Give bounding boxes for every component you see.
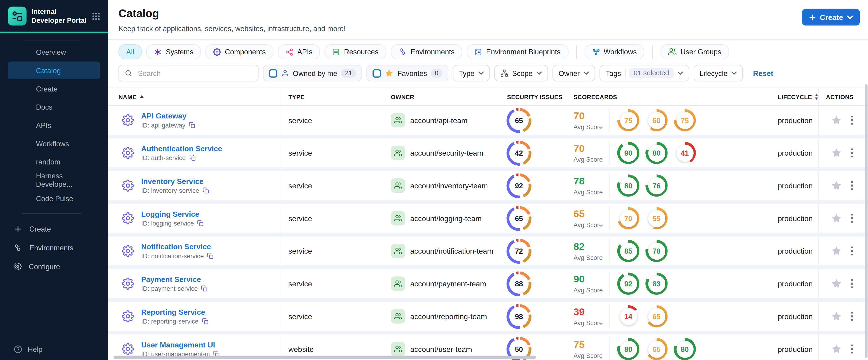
scorecard-ring[interactable]: 92 — [617, 273, 639, 295]
name-cell: API Gateway ID: api-gateway — [108, 106, 281, 135]
tab-apis[interactable]: APIs — [278, 44, 320, 59]
entity-name-link[interactable]: Inventory Service — [141, 177, 209, 186]
name-cell: Notification Service ID: notification-se… — [108, 236, 281, 265]
security-issues-donut: 72 — [506, 239, 531, 263]
entity-name-link[interactable]: Notification Service — [141, 243, 214, 251]
row-menu-button[interactable] — [849, 147, 855, 159]
type-dropdown[interactable]: Type — [453, 65, 490, 82]
entity-name-link[interactable]: Logging Service — [141, 210, 204, 218]
sidebar-item-apis[interactable]: APIs — [8, 116, 100, 134]
scope-dropdown[interactable]: Scope — [494, 65, 548, 82]
sidebar-item-help[interactable]: Help — [0, 337, 108, 360]
tags-dropdown[interactable]: Tags 01 selected — [600, 65, 689, 82]
app-switcher-icon[interactable] — [92, 12, 100, 20]
sidebar-item-catalog[interactable]: Catalog — [8, 62, 100, 79]
scorecard-ring[interactable]: 80 — [617, 174, 639, 197]
scorecard-ring[interactable]: 65 — [645, 305, 668, 327]
copy-icon[interactable] — [189, 122, 195, 129]
scorecard-ring[interactable]: 41 — [674, 142, 696, 164]
sidebar-item-create[interactable]: Create — [8, 80, 100, 97]
copy-icon[interactable] — [202, 318, 209, 325]
entity-name-link[interactable]: API Gateway — [141, 112, 195, 120]
column-header-name[interactable]: NAME — [108, 88, 281, 105]
sidebar-footer-item-environments[interactable]: Environments — [0, 238, 108, 257]
actions-cell — [818, 204, 868, 233]
sidebar-footer-item-configure[interactable]: Configure — [0, 257, 108, 276]
entity-name-link[interactable]: Reporting Service — [141, 308, 209, 316]
copy-icon[interactable] — [201, 285, 208, 292]
scorecard-ring[interactable]: 14 — [617, 305, 639, 327]
favorite-star-button[interactable] — [831, 213, 842, 224]
tab-user-groups[interactable]: User Groups — [660, 44, 729, 59]
scorecard-ring[interactable]: 80 — [617, 338, 639, 360]
chevron-down-icon — [584, 71, 589, 75]
owned-by-me-filter[interactable]: Owned by me 21 — [263, 65, 362, 82]
vertical-scrollbar[interactable] — [865, 84, 868, 358]
sidebar-item-label: Code Pulse — [36, 194, 73, 203]
scorecard-ring[interactable]: 90 — [617, 142, 639, 164]
scorecard-ring[interactable]: 75 — [617, 109, 639, 131]
tab-workflows[interactable]: Workflows — [584, 44, 645, 59]
sidebar-item-overview[interactable]: Overview — [8, 43, 100, 61]
scorecard-ring[interactable]: 76 — [645, 174, 668, 197]
entity-name-link[interactable]: User Management UI — [141, 341, 220, 349]
favorite-star-button[interactable] — [831, 343, 842, 355]
favorite-star-button[interactable] — [831, 147, 842, 158]
sidebar-item-random[interactable]: random — [8, 153, 100, 171]
row-menu-button[interactable] — [849, 310, 855, 323]
create-button[interactable]: Create — [802, 9, 860, 26]
tab-environment-blueprints[interactable]: Environment Blueprints — [467, 44, 568, 59]
scorecard-ring[interactable]: 75 — [674, 109, 696, 131]
tab-systems[interactable]: Systems — [147, 44, 201, 59]
favorite-star-button[interactable] — [831, 115, 842, 126]
copy-icon[interactable] — [207, 253, 214, 260]
scorecard-ring[interactable]: 80 — [645, 142, 668, 164]
search-input[interactable] — [137, 68, 252, 78]
sidebar-item-code-pulse[interactable]: Code Pulse — [8, 189, 100, 207]
horizontal-scrollbar[interactable] — [114, 356, 536, 359]
owned-by-me-checkbox[interactable] — [269, 69, 277, 77]
sidebar-footer-item-create[interactable]: Create — [0, 219, 108, 238]
row-menu-button[interactable] — [849, 179, 855, 192]
owner-dropdown[interactable]: Owner — [552, 65, 595, 82]
sidebar-item-docs[interactable]: Docs — [8, 98, 100, 116]
favorite-star-button[interactable] — [831, 245, 842, 257]
scorecard-ring[interactable]: 70 — [617, 207, 639, 229]
copy-icon[interactable] — [189, 154, 196, 161]
column-header-lifecycle[interactable]: LIFECYCLE — [771, 88, 818, 105]
entity-name-link[interactable]: Authentication Service — [141, 145, 222, 153]
page-header: Catalog Keep track of applications, serv… — [108, 0, 868, 40]
table-row: Inventory Service ID: inventory-service … — [108, 171, 868, 200]
favorite-star-button[interactable] — [831, 278, 842, 289]
entity-name-link[interactable]: Payment Service — [141, 275, 208, 283]
favorite-star-button[interactable] — [831, 311, 842, 322]
row-menu-button[interactable] — [849, 245, 855, 257]
scorecard-ring[interactable]: 60 — [645, 109, 668, 131]
scorecard-ring[interactable]: 83 — [645, 273, 668, 295]
row-menu-button[interactable] — [849, 114, 855, 127]
scorecard-ring[interactable]: 65 — [645, 338, 668, 360]
main-content: Catalog Keep track of applications, serv… — [108, 0, 868, 360]
tab-environments[interactable]: Environments — [391, 44, 462, 59]
scorecard-ring[interactable]: 80 — [674, 338, 696, 360]
copy-icon[interactable] — [203, 187, 209, 194]
copy-icon[interactable] — [197, 220, 204, 227]
search-box[interactable] — [118, 65, 258, 82]
scorecard-ring[interactable]: 55 — [645, 207, 668, 229]
scorecard-ring[interactable]: 85 — [617, 240, 639, 262]
row-menu-button[interactable] — [849, 343, 855, 355]
row-menu-button[interactable] — [849, 212, 855, 224]
tab-resources[interactable]: Resources — [325, 44, 386, 59]
lifecycle-dropdown[interactable]: Lifecycle — [693, 65, 743, 82]
row-menu-button[interactable] — [849, 277, 855, 290]
sidebar-item-harness-develope-[interactable]: Harness Develope... — [8, 171, 100, 189]
favorites-filter[interactable]: Favorites 0 — [367, 65, 448, 82]
favorites-checkbox[interactable] — [372, 69, 381, 77]
sidebar-item-workflows[interactable]: Workflows — [8, 135, 100, 152]
favorite-star-button[interactable] — [831, 180, 842, 191]
tab-components[interactable]: Components — [206, 44, 274, 59]
lifecycle-cell: production — [771, 171, 818, 200]
scorecard-ring[interactable]: 78 — [645, 240, 668, 262]
tab-all[interactable]: All — [118, 44, 142, 59]
reset-filters-link[interactable]: Reset — [753, 69, 773, 77]
